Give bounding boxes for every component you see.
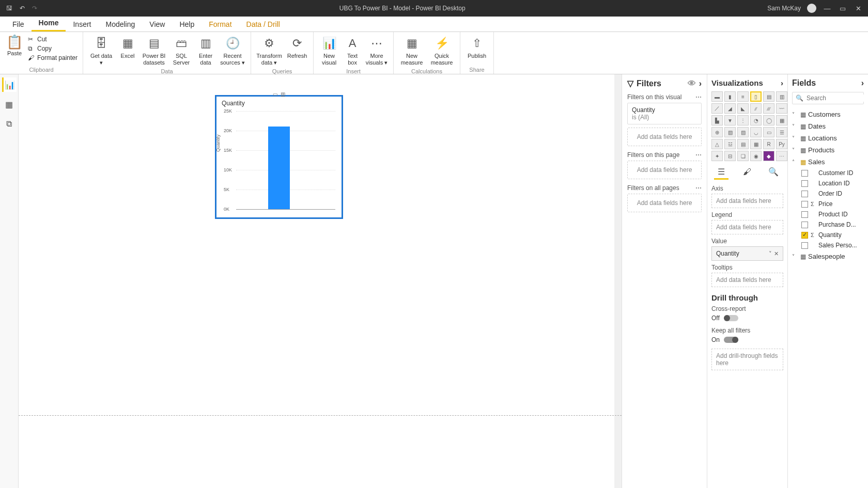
cut-button[interactable]: ✂Cut [27,35,79,43]
close-icon[interactable]: ✕ [854,5,863,12]
remove-icon[interactable]: ✕ [774,250,779,257]
recent-sources-button[interactable]: 🕘Recent sources ▾ [219,34,246,67]
report-canvas[interactable]: ▭▥ Quantity Quantity 25K 20K 15K 10K 5K … [19,74,622,488]
text-box-button[interactable]: AText box [343,34,362,67]
collapse-icon[interactable]: › [699,79,702,88]
more-icon[interactable]: ⋯ [695,184,702,192]
field-quantity[interactable]: ΣQuantity [792,230,864,240]
tab-file[interactable]: File [5,17,32,32]
viz-treemap-icon[interactable]: ▦ [776,115,787,125]
report-view-icon[interactable]: 📊 [2,77,17,92]
minimize-icon[interactable]: — [823,5,832,12]
viz-scatter-icon[interactable]: ⋮ [737,115,749,125]
drill-through-well[interactable]: Add drill-through fields here [711,349,783,370]
filter-drop-page[interactable]: Add data fields here [627,161,702,179]
viz-decomp-icon[interactable]: ⊟ [724,151,736,161]
well-value-item[interactable]: Quantity ˅✕ [711,246,783,261]
eye-icon[interactable]: 👁 [688,79,696,88]
tab-format[interactable]: Format [202,17,239,32]
well-legend[interactable]: Add data fields here [711,220,783,234]
fields-search[interactable]: 🔍 [792,92,864,104]
chart-bar[interactable] [268,127,290,209]
field-purchase-d-[interactable]: Purchase D... [792,219,864,230]
quick-measure-button[interactable]: ⚡Quick measure [428,34,456,67]
viz-donut-icon[interactable]: ◯ [763,115,774,125]
viz-100-column-icon[interactable]: ▥ [776,91,787,102]
table-products[interactable]: ˅▦Products [792,144,864,156]
checkbox[interactable] [801,211,808,218]
viz-stacked-area-icon[interactable]: ◣ [737,103,749,114]
data-view-icon[interactable]: ▦ [2,97,17,112]
viz-table-icon[interactable]: ▤ [737,139,749,149]
collapse-icon[interactable]: › [781,78,783,87]
checkbox[interactable] [801,180,808,187]
restore-icon[interactable]: ▭ [838,5,847,12]
viz-line-col2-icon[interactable]: ⫻ [763,103,774,114]
table-locations[interactable]: ˅▦Locations [792,132,864,144]
sql-server-button[interactable]: 🗃SQL Server [170,34,193,67]
viz-line-icon[interactable]: ／ [711,103,723,114]
viz-more-icon[interactable]: ⋯ [776,151,787,161]
viz-line-col-icon[interactable]: ⫽ [750,103,762,114]
analytics-tab-icon[interactable]: 🔍 [766,165,781,180]
field-product-id[interactable]: Product ID [792,209,864,219]
viz-matrix-icon[interactable]: ▦ [750,139,762,149]
viz-100-bar-icon[interactable]: ▤ [763,91,774,102]
paste-button[interactable]: 📋Paste [4,34,25,56]
viz-waterfall-icon[interactable]: ▙ [711,115,723,125]
user-avatar-icon[interactable] [807,4,816,13]
viz-slicer-icon[interactable]: ☳ [724,139,736,149]
checkbox[interactable] [801,201,808,208]
search-input[interactable] [807,95,868,102]
well-axis[interactable]: Add data fields here [711,194,783,208]
new-visual-button[interactable]: 📊New visual [318,34,340,67]
tab-help[interactable]: Help [172,17,202,32]
viz-card-icon[interactable]: ▭ [763,127,774,137]
viz-powerapps-icon[interactable]: ◆ [763,151,774,161]
tab-data-drill[interactable]: Data / Drill [239,17,287,32]
viz-pie-icon[interactable]: ◔ [750,115,762,125]
format-tab-icon[interactable]: 🖌 [740,165,754,180]
viz-stacked-column-icon[interactable]: ▮ [724,91,736,102]
tab-home[interactable]: Home [32,15,66,32]
viz-area-icon[interactable]: ◢ [724,103,736,114]
well-tooltips[interactable]: Add data fields here [711,273,783,287]
field-price[interactable]: ΣPrice [792,199,864,209]
format-painter-button[interactable]: 🖌Format painter [27,54,79,62]
enter-data-button[interactable]: ▥Enter data [195,34,216,67]
viz-gauge-icon[interactable]: ◡ [750,127,762,137]
viz-shape-map-icon[interactable]: ▨ [737,127,749,137]
table-customers[interactable]: ˅▦Customers [792,108,864,120]
field-location-id[interactable]: Location ID [792,178,864,188]
collapse-icon[interactable]: › [861,78,864,88]
tab-view[interactable]: View [142,17,172,32]
viz-funnel-icon[interactable]: ▼ [724,115,736,125]
filter-drop-visual[interactable]: Add data fields here [627,128,702,146]
viz-r-icon[interactable]: R [763,139,774,149]
viz-py-icon[interactable]: Py [776,139,787,149]
pbi-datasets-button[interactable]: ▤Power BI datasets [140,34,168,67]
transform-data-button[interactable]: ⚙Transform data ▾ [255,34,283,67]
viz-map-icon[interactable]: ⊕ [711,127,723,137]
viz-stacked-bar-icon[interactable]: ▬ [711,91,723,102]
filter-drop-all[interactable]: Add data fields here [627,194,702,212]
field-sales-perso-[interactable]: Sales Perso... [792,240,864,250]
new-measure-button[interactable]: ▦New measure [398,34,426,67]
keep-filters-toggle[interactable] [724,337,738,343]
checkbox[interactable] [801,232,808,239]
user-name[interactable]: Sam McKay [767,5,801,12]
viz-multi-card-icon[interactable]: ☰ [776,127,787,137]
save-icon[interactable]: 🖫 [6,5,12,12]
get-data-button[interactable]: 🗄Get data ▾ [87,34,115,67]
redo-icon[interactable]: ↷ [32,5,37,12]
viz-qa-icon[interactable]: ❏ [737,151,749,161]
checkbox[interactable] [801,222,808,228]
visual-action-icons[interactable]: ▭▥ [273,91,285,97]
copy-button[interactable]: ⧉Copy [27,44,79,53]
more-icon[interactable]: ⋯ [695,93,702,101]
checkbox[interactable] [801,170,808,177]
table-dates[interactable]: ˅▦Dates [792,120,864,132]
more-visuals-button[interactable]: ⋯More visuals ▾ [364,34,389,67]
checkbox[interactable] [801,242,808,249]
fields-tab-icon[interactable]: ☰ [714,165,729,180]
